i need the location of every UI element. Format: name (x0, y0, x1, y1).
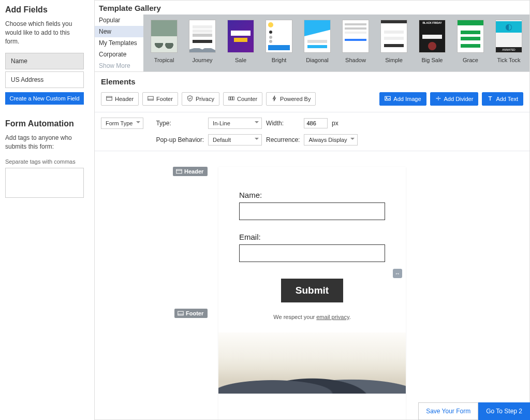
bolt-icon (271, 95, 277, 103)
header-icon (106, 95, 112, 103)
template-gallery: Template Gallery PopularNewMy TemplatesC… (94, 0, 530, 72)
tags-input[interactable] (5, 168, 84, 198)
field-item[interactable]: US Address (5, 71, 84, 88)
template-tile[interactable]: Tropical (149, 20, 180, 68)
template-gallery-title: Template Gallery (95, 1, 529, 15)
tags-help-text: Separate tags with commas (5, 158, 84, 165)
form-automation-title: Form Automation (5, 119, 84, 128)
template-thumbnail (151, 20, 178, 53)
config-row: Form Type Type: In-Line Width: px Pop-up… (95, 112, 529, 151)
element-chip-footer[interactable]: Footer (142, 92, 178, 106)
width-unit: px (332, 120, 338, 127)
svg-rect-5 (230, 97, 232, 100)
footer-tag[interactable]: Footer (174, 309, 208, 318)
type-dropdown[interactable]: In-Line (208, 118, 262, 129)
form-email-label: Email: (239, 233, 385, 241)
svg-rect-6 (232, 97, 234, 100)
template-nav-item[interactable]: New (95, 26, 143, 37)
width-input[interactable] (304, 118, 328, 128)
action-text-button[interactable]: Add Text (482, 92, 523, 106)
template-label: Tropical (154, 57, 174, 63)
template-label: Sale (235, 57, 246, 63)
template-thumbnail (419, 20, 446, 53)
element-chip-shield[interactable]: Privacy (182, 92, 219, 106)
template-thumbnail (380, 20, 407, 53)
action-divider-button[interactable]: Add Divider (430, 92, 479, 106)
element-chip-counter[interactable]: Counter (223, 92, 262, 106)
template-label: Diagonal (306, 57, 328, 63)
popup-behavior-label: Pop-up Behavior: (156, 136, 204, 143)
type-label: Type: (156, 120, 204, 127)
counter-icon (228, 95, 234, 103)
field-item[interactable]: Name (5, 53, 84, 69)
template-tile[interactable]: Simple (378, 20, 409, 68)
elements-panel: Elements HeaderFooterPrivacyCounterPower… (94, 72, 530, 420)
footer-icon (148, 95, 154, 103)
go-to-step-2-button[interactable]: Go To Step 2 (478, 402, 530, 420)
form-name-label: Name: (239, 191, 385, 199)
bottom-bar: Save Your Form Go To Step 2 (418, 402, 530, 420)
width-label: Width: (266, 120, 300, 127)
form-footer-image (218, 332, 406, 394)
sidebar: Add Fields Choose which fields you would… (0, 0, 94, 420)
privacy-text: We respect your email privacy. (239, 314, 385, 320)
form-submit-button[interactable]: Submit (281, 279, 343, 302)
template-label: Journey (192, 57, 212, 63)
template-tile[interactable]: Big Sale (417, 20, 448, 68)
template-label: Simple (385, 57, 403, 63)
template-label: Shadow (345, 57, 366, 63)
template-tile[interactable]: Sale (225, 20, 256, 68)
template-thumbnail (457, 20, 484, 53)
form-type-dropdown[interactable]: Form Type (101, 118, 143, 129)
resize-handle[interactable]: ↔ (393, 269, 402, 278)
add-fields-title: Add Fields (5, 5, 84, 15)
form-automation-desc: Add tags to anyone who submits this form… (5, 134, 84, 151)
element-chip-header[interactable]: Header (101, 92, 139, 106)
main: Template Gallery PopularNewMy TemplatesC… (94, 0, 530, 420)
recurrence-dropdown[interactable]: Always Display (304, 134, 358, 146)
template-nav-item[interactable]: My Templates (95, 37, 143, 49)
template-tile[interactable]: Diagonal (302, 20, 333, 68)
elements-toolbar: HeaderFooterPrivacyCounterPowered ByAdd … (95, 89, 529, 112)
save-form-button[interactable]: Save Your Form (418, 402, 478, 420)
template-label: Tick Tock (497, 57, 520, 63)
template-nav-show-more[interactable]: Show More (95, 60, 143, 71)
element-chip-bolt[interactable]: Powered By (266, 92, 316, 106)
divider-icon (435, 95, 441, 103)
action-image-button[interactable]: Add Image (379, 92, 426, 106)
svg-rect-0 (107, 96, 112, 100)
template-thumbnail (227, 20, 254, 53)
image-icon (385, 95, 391, 103)
template-thumbnail (342, 20, 369, 53)
create-custom-field-button[interactable]: Create a New Custom Field (5, 92, 84, 105)
shield-icon (187, 95, 193, 103)
template-tile[interactable]: Tick Tock (493, 20, 524, 68)
template-tile[interactable]: Grace (455, 20, 486, 68)
form-email-input[interactable] (239, 244, 385, 262)
template-tile[interactable]: Journey (187, 20, 218, 68)
canvas: Header Footer Name: Email: Submit (95, 151, 529, 419)
template-tile[interactable]: Shadow (340, 20, 371, 68)
privacy-link[interactable]: email privacy (316, 314, 349, 320)
template-thumbnail (495, 20, 522, 53)
recurrence-label: Recurrence: (266, 136, 300, 143)
svg-rect-2 (148, 96, 154, 100)
template-gallery-strip: TropicalJourneySaleBrightDiagonalShadowS… (143, 15, 529, 71)
popup-behavior-dropdown[interactable]: Default (208, 134, 262, 146)
template-tile[interactable]: Bright (263, 20, 295, 68)
svg-rect-4 (229, 97, 230, 100)
footer-icon (178, 311, 184, 316)
form-name-input[interactable] (239, 202, 385, 220)
template-gallery-nav: PopularNewMy TemplatesCorporateShow More (95, 15, 143, 71)
template-nav-item[interactable]: Corporate (95, 49, 143, 60)
form-preview[interactable]: Name: Email: Submit We respect your emai… (218, 167, 406, 419)
add-fields-desc: Choose which fields you would like to ad… (5, 20, 84, 46)
template-nav-item[interactable]: Popular (95, 15, 143, 26)
text-icon (487, 95, 493, 103)
header-tag[interactable]: Header (173, 167, 208, 176)
template-thumbnail (266, 20, 292, 53)
svg-rect-14 (178, 311, 184, 315)
template-thumbnail (189, 20, 216, 53)
template-label: Bright (272, 57, 287, 63)
template-label: Big Sale (422, 57, 443, 63)
